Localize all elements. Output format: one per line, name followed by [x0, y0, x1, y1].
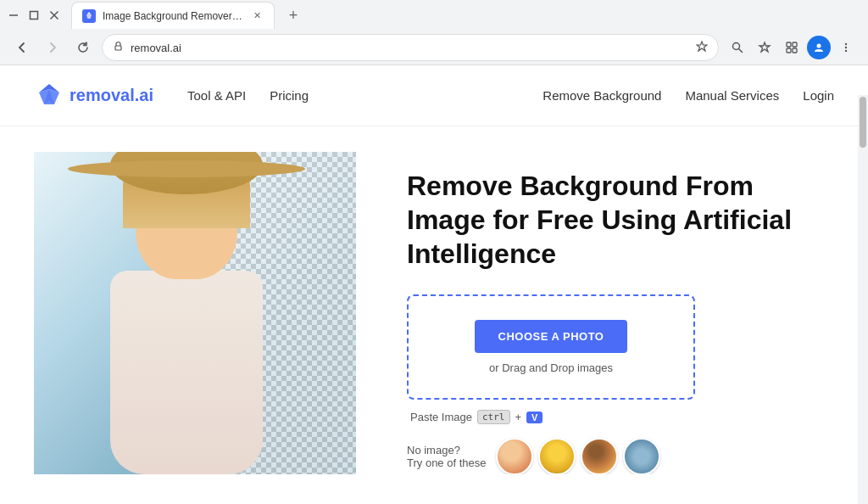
person-figure — [59, 160, 314, 474]
minimize-button[interactable] — [7, 8, 20, 22]
svg-rect-8 — [793, 42, 797, 47]
title-bar: Image Background Remover | R... ✕ + — [0, 0, 868, 31]
scrollbar[interactable] — [858, 95, 868, 504]
window-controls — [7, 8, 61, 22]
profile-button[interactable] — [807, 36, 831, 59]
sample-thumb-2[interactable] — [538, 438, 576, 474]
tab-title: Image Background Remover | R... — [103, 10, 243, 22]
back-button[interactable] — [10, 36, 34, 59]
extensions-button[interactable] — [780, 36, 804, 59]
nav-remove-background[interactable]: Remove Background — [542, 88, 661, 103]
bookmark-icon[interactable] — [696, 41, 708, 55]
maximize-button[interactable] — [27, 8, 41, 22]
hero-image-area — [0, 152, 407, 474]
website-content: removal.ai Tool & API Pricing Remove Bac… — [0, 65, 868, 474]
drag-drop-text: or Drag and Drop images — [426, 361, 676, 374]
choose-photo-button[interactable]: CHOOSE A PHOTO — [475, 320, 628, 353]
url-text: removal.ai — [131, 42, 689, 54]
try-label: Try one of these — [407, 456, 486, 469]
paste-label: Paste Image — [410, 411, 472, 423]
svg-rect-10 — [793, 48, 797, 53]
svg-line-6 — [739, 49, 743, 53]
site-header: removal.ai Tool & API Pricing Remove Bac… — [0, 65, 868, 126]
person-body — [110, 271, 263, 474]
sample-thumb-1[interactable] — [496, 438, 533, 474]
nav-right: Remove Background Manual Services Login — [542, 88, 834, 103]
sample-thumb-4[interactable] — [623, 438, 660, 474]
svg-rect-9 — [787, 48, 791, 53]
hat-brim — [68, 160, 305, 177]
secure-icon — [113, 41, 124, 54]
reload-button[interactable] — [71, 36, 95, 59]
nav-tool-api[interactable]: Tool & API — [187, 88, 246, 103]
close-button[interactable] — [47, 8, 61, 22]
tab-favicon — [82, 9, 96, 23]
person-head — [136, 160, 237, 279]
search-button[interactable] — [726, 36, 749, 59]
svg-point-13 — [845, 47, 847, 48]
plus-sign: + — [515, 411, 522, 423]
hero-content: Remove Background From Image for Free Us… — [407, 152, 834, 474]
hero-section: Remove Background From Image for Free Us… — [0, 126, 868, 474]
star-button[interactable] — [753, 36, 776, 59]
svg-point-11 — [817, 44, 821, 48]
nav-left: Tool & API Pricing — [187, 88, 309, 103]
svg-rect-7 — [787, 42, 791, 47]
no-image-label: No image? — [407, 444, 486, 456]
sample-thumbnails — [496, 438, 660, 474]
svg-point-14 — [845, 50, 847, 52]
logo-text: removal.ai — [70, 86, 153, 105]
logo[interactable]: removal.ai — [34, 81, 153, 111]
address-bar-row: removal.ai — [0, 31, 868, 64]
browser-chrome: Image Background Remover | R... ✕ + remo… — [0, 0, 868, 65]
nav-pricing[interactable]: Pricing — [270, 88, 309, 103]
sample-row: No image? Try one of these — [407, 438, 817, 474]
tab-close-button[interactable]: ✕ — [250, 9, 264, 23]
browser-tab-active[interactable]: Image Background Remover | R... ✕ — [71, 2, 275, 29]
forward-button[interactable] — [41, 36, 64, 59]
v-badge: V — [526, 412, 542, 423]
nav-manual-services[interactable]: Manual Services — [685, 88, 779, 103]
ctrl-badge: ctrl — [477, 410, 510, 424]
menu-button[interactable] — [834, 36, 858, 59]
svg-point-12 — [845, 43, 847, 45]
upload-box[interactable]: CHOOSE A PHOTO or Drag and Drop images — [407, 294, 695, 400]
svg-rect-4 — [115, 46, 121, 50]
paste-row: Paste Image ctrl + V — [407, 410, 817, 424]
hero-image — [34, 152, 356, 474]
new-tab-button[interactable]: + — [281, 3, 305, 27]
address-bar[interactable]: removal.ai — [102, 34, 719, 61]
scrollbar-thumb[interactable] — [860, 97, 866, 148]
nav-login[interactable]: Login — [803, 88, 834, 103]
browser-actions — [726, 36, 858, 59]
sample-text: No image? Try one of these — [407, 444, 486, 469]
hero-title: Remove Background From Image for Free Us… — [407, 169, 817, 271]
sample-thumb-3[interactable] — [581, 438, 618, 474]
svg-rect-1 — [31, 12, 38, 20]
logo-icon — [34, 81, 64, 111]
